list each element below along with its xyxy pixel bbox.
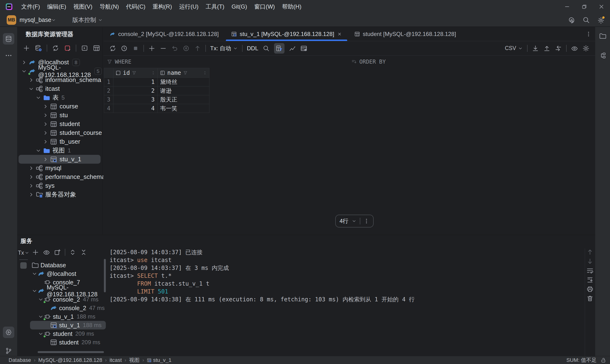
cell-id[interactable]: 3 xyxy=(113,95,158,104)
scroll-end-icon[interactable] xyxy=(586,276,594,284)
chevron-right-icon[interactable] xyxy=(42,112,49,118)
service-item-MySQL-@192.168.128.128[interactable]: MySQL-@192.168.128.128 xyxy=(30,286,106,295)
order-by-control[interactable]: ORDER BY xyxy=(351,59,386,65)
more-vertical-icon[interactable] xyxy=(363,218,369,224)
restore-button[interactable] xyxy=(576,0,593,13)
breadcrumb-item-stu_v_1[interactable]: stu_v_1 xyxy=(147,357,171,363)
chevron-down-icon[interactable] xyxy=(31,271,38,277)
refresh-icon[interactable] xyxy=(52,45,59,52)
tree-item-course[interactable]: course xyxy=(19,102,101,111)
chevron-down-icon[interactable] xyxy=(51,18,56,22)
wrap-icon[interactable] xyxy=(586,267,594,274)
cell-name[interactable]: 谢逊 xyxy=(158,87,209,95)
tree-item-stu[interactable]: stu xyxy=(19,111,101,120)
clock-icon[interactable] xyxy=(121,45,128,52)
table-icon[interactable] xyxy=(93,45,100,52)
hexagon-play-stripe-button[interactable] xyxy=(3,327,14,338)
project-name[interactable]: mysql_base xyxy=(20,16,51,23)
close-button[interactable] xyxy=(593,0,610,13)
eye-icon[interactable] xyxy=(43,249,50,256)
csv-control[interactable]: CSV xyxy=(505,45,523,52)
tx--control[interactable]: Tx: 自动 xyxy=(210,45,238,52)
tree-item-itcast[interactable]: itcast xyxy=(19,84,101,93)
tree-item-mysql[interactable]: mysql xyxy=(19,164,101,172)
eye-icon[interactable] xyxy=(571,45,578,52)
service-item-student[interactable]: student209 ms xyxy=(30,338,106,347)
breadcrumb-item-视图[interactable]: 视图 xyxy=(129,357,140,364)
menu-视图V[interactable]: 视图(V) xyxy=(70,0,96,13)
close-x-icon[interactable] xyxy=(337,32,342,37)
refresh-icon[interactable] xyxy=(109,45,116,52)
swap-icon[interactable] xyxy=(555,45,562,52)
filter-funnel-icon[interactable] xyxy=(107,59,113,65)
tree-item-stu_v_1[interactable]: stu_v_1 xyxy=(19,155,101,164)
chevron-right-icon[interactable] xyxy=(42,121,49,127)
service-item-console_2[interactable]: console_247 ms xyxy=(30,295,106,304)
sort-icon[interactable] xyxy=(203,70,207,75)
chevron-down-icon[interactable] xyxy=(38,331,44,337)
revert-icon[interactable] xyxy=(182,45,190,52)
gear-icon[interactable] xyxy=(582,45,589,52)
menu-工具T[interactable]: 工具(T) xyxy=(202,0,228,13)
where-label[interactable]: WHERE xyxy=(115,59,131,65)
upload-icon[interactable] xyxy=(543,45,550,52)
collapse-icon[interactable] xyxy=(80,249,87,256)
vcs-widget[interactable]: 版本控制 xyxy=(72,16,103,24)
disconnect-icon[interactable] xyxy=(64,45,71,52)
chevron-right-icon[interactable] xyxy=(42,130,49,136)
chevron-right-icon[interactable] xyxy=(21,60,28,65)
menu-导航N[interactable]: 导航(N) xyxy=(96,0,122,13)
menu-窗口W[interactable]: 窗口(W) xyxy=(251,0,279,13)
cell-name[interactable]: 韦一笑 xyxy=(158,104,209,113)
db-stripe-button[interactable] xyxy=(3,33,14,45)
chevron-right-icon[interactable] xyxy=(28,165,35,171)
chevron-down-icon[interactable] xyxy=(35,95,42,101)
chevron-right-icon[interactable] xyxy=(28,77,35,83)
expand-icon[interactable] xyxy=(69,249,76,256)
project-badge[interactable]: MB xyxy=(7,15,16,25)
cell-name[interactable]: 殷天正 xyxy=(158,95,209,104)
gear-badge-icon[interactable] xyxy=(597,16,605,24)
database-checkbox[interactable] xyxy=(20,262,27,269)
plus-icon[interactable] xyxy=(32,249,39,256)
chevron-down-icon[interactable] xyxy=(31,288,38,294)
chevron-down-icon[interactable] xyxy=(38,297,44,302)
chevron-right-icon[interactable] xyxy=(42,156,49,162)
chevron-down-icon[interactable] xyxy=(21,68,28,74)
breadcrumb-item-MySQL-@192.168.128.128[interactable]: MySQL-@192.168.128.128 xyxy=(38,357,102,363)
folder-gray-stripe-button[interactable] xyxy=(597,30,608,42)
undo-icon[interactable] xyxy=(171,45,178,52)
menu-文件F[interactable]: 文件(F) xyxy=(18,0,44,13)
chevron-right-icon[interactable] xyxy=(28,192,35,197)
column-header-name[interactable]: name xyxy=(158,68,209,78)
service-item-stu_v_1[interactable]: stu_v_1188 ms xyxy=(30,321,106,329)
tree-item-服务器对象[interactable]: 服务器对象 xyxy=(19,190,101,199)
tree-item-information_schema[interactable]: information_schema xyxy=(19,76,101,84)
cell-name[interactable]: 黛绮丝 xyxy=(158,78,209,87)
filter-table-icon[interactable] xyxy=(276,45,283,52)
tree-item-sys[interactable]: sys xyxy=(19,181,101,190)
funnel-icon[interactable] xyxy=(183,70,188,75)
db-gear-icon[interactable] xyxy=(35,45,42,52)
console-run-icon[interactable] xyxy=(81,45,88,52)
service-item-@localhost[interactable]: @localhost xyxy=(30,269,106,278)
tree-item-MySQL-@192.168.128.128[interactable]: MySQL-@192.168.128.1285 xyxy=(19,67,101,76)
menu-帮助H[interactable]: 帮助(H) xyxy=(279,0,305,13)
tab-list-kebab-icon[interactable] xyxy=(586,31,591,37)
cell-id[interactable]: 1 xyxy=(113,78,158,87)
git-branch-stripe-button[interactable] xyxy=(3,345,14,357)
tree-item-student_course[interactable]: student_course xyxy=(19,128,101,137)
menu-运行U[interactable]: 运行(U) xyxy=(176,0,202,13)
cell-id[interactable]: 2 xyxy=(113,87,158,95)
tab-student[interactable]: student [MySQL-@192.168.128.128] xyxy=(348,27,462,41)
menu-GitG[interactable]: Git(G) xyxy=(228,0,251,13)
chevron-down-icon[interactable] xyxy=(28,86,35,92)
tree-item-tb_user[interactable]: tb_user xyxy=(19,137,101,146)
sort-icon[interactable] xyxy=(151,70,156,75)
structure-stripe-button[interactable] xyxy=(597,50,608,61)
search-icon[interactable] xyxy=(263,45,270,52)
arrow-up-icon[interactable] xyxy=(586,248,594,256)
breadcrumb-item-Database[interactable]: Database xyxy=(9,357,31,363)
tree-item-performance_schema[interactable]: performance_schema xyxy=(19,172,101,181)
chevron-right-icon[interactable] xyxy=(28,174,35,180)
